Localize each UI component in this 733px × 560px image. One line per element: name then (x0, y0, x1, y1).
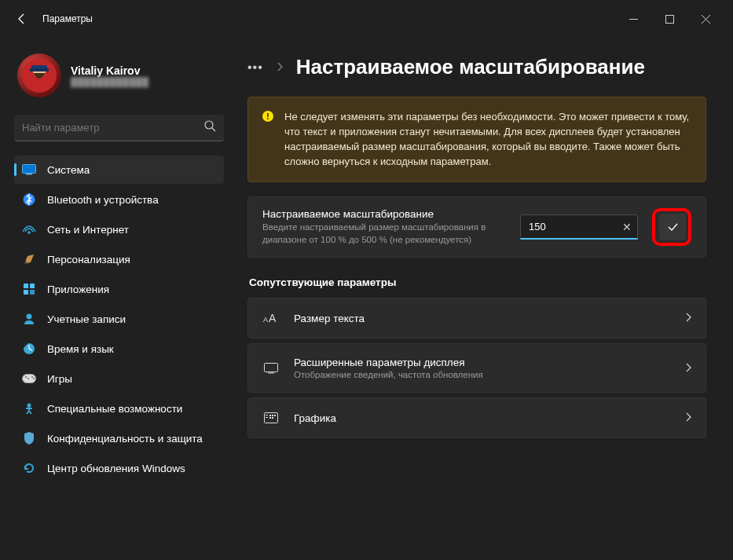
sidebar-item-1[interactable]: Bluetooth и устройства (14, 185, 224, 214)
minimize-button[interactable] (615, 6, 651, 31)
avatar (17, 53, 61, 97)
related-heading: Сопутствующие параметры (249, 276, 706, 288)
scale-input[interactable] (520, 214, 638, 240)
svg-rect-30 (272, 415, 273, 416)
svg-text:A: A (269, 312, 277, 324)
maximize-button[interactable] (651, 6, 687, 31)
svg-text:A: A (263, 316, 268, 324)
nav-icon (22, 312, 36, 326)
link-title: Графика (294, 412, 671, 424)
sidebar-item-5[interactable]: Учетные записи (14, 305, 224, 333)
svg-rect-0 (665, 15, 673, 23)
related-item-2[interactable]: Графика (247, 397, 706, 438)
svg-rect-7 (26, 174, 32, 175)
nav-label: Система (47, 164, 90, 176)
apply-button[interactable] (659, 214, 686, 240)
search-icon (204, 120, 216, 135)
nav-icon (22, 342, 36, 356)
nav-icon (22, 372, 36, 386)
scale-desc: Введите настраиваемый размер масштабиров… (262, 221, 508, 246)
svg-rect-6 (23, 165, 36, 174)
custom-scale-card: Настраиваемое масштабирование Введите на… (247, 196, 706, 258)
sidebar-item-7[interactable]: Игры (14, 364, 224, 393)
nav-icon (22, 252, 36, 266)
breadcrumb-more[interactable]: ••• (247, 60, 263, 75)
svg-rect-28 (266, 417, 268, 418)
svg-point-5 (205, 121, 213, 129)
link-title: Расширенные параметры дисплея (294, 357, 671, 368)
sidebar-item-3[interactable]: Персонализация (14, 245, 224, 273)
warning-banner: ! Не следует изменять эти параметры без … (247, 97, 706, 182)
profile-name: Vitaliy Kairov (71, 64, 149, 77)
svg-point-18 (27, 378, 29, 379)
chevron-right-icon (685, 361, 691, 375)
sidebar-item-8[interactable]: Специальные возможности (14, 394, 224, 423)
link-icon (262, 412, 280, 423)
chevron-right-icon (685, 411, 691, 425)
sidebar-item-0[interactable]: Система (14, 156, 224, 184)
nav-label: Учетные записи (47, 313, 126, 325)
svg-rect-4 (30, 68, 49, 71)
sidebar-item-9[interactable]: Конфиденциальность и защита (14, 424, 224, 452)
nav-icon (22, 163, 36, 177)
link-title: Размер текста (294, 313, 671, 324)
svg-rect-29 (269, 415, 271, 416)
breadcrumb: ••• Настраиваемое масштабирование (247, 55, 706, 79)
svg-point-9 (27, 231, 31, 234)
checkmark-icon (666, 221, 679, 233)
page-title: Настраиваемое масштабирование (296, 55, 645, 79)
sidebar-item-6[interactable]: Время и язык (14, 335, 224, 363)
sidebar-item-10[interactable]: Центр обновления Windows (14, 454, 224, 482)
clear-input-button[interactable]: ✕ (622, 221, 632, 233)
link-icon: AA (262, 312, 280, 324)
svg-rect-32 (269, 417, 271, 419)
nav-label: Время и язык (47, 343, 114, 355)
svg-rect-25 (268, 372, 274, 373)
svg-rect-12 (24, 290, 28, 295)
search-input[interactable] (22, 122, 204, 134)
svg-point-21 (27, 404, 31, 408)
window-title: Параметры (42, 13, 93, 24)
svg-rect-10 (24, 284, 28, 288)
warning-icon: ! (262, 111, 273, 122)
back-button[interactable] (9, 6, 35, 31)
nav-icon (22, 461, 36, 475)
close-button[interactable] (687, 6, 724, 31)
related-item-1[interactable]: Расширенные параметры дисплеяОтображение… (247, 343, 706, 393)
nav-label: Игры (47, 373, 72, 385)
svg-rect-31 (274, 415, 276, 416)
titlebar: Параметры (0, 0, 733, 38)
nav-label: Сеть и Интернет (47, 224, 129, 236)
chevron-right-icon (685, 311, 691, 325)
search-box[interactable] (14, 115, 224, 141)
nav-label: Персонализация (47, 254, 130, 265)
nav-icon (22, 282, 36, 296)
nav-icon (22, 192, 36, 207)
nav-label: Конфиденциальность и защита (47, 433, 203, 445)
nav-label: Центр обновления Windows (47, 463, 185, 474)
sidebar-item-4[interactable]: Приложения (14, 275, 224, 303)
sidebar-item-2[interactable]: Сеть и Интернет (14, 215, 224, 243)
svg-rect-24 (265, 363, 278, 372)
nav-label: Bluetooth и устройства (47, 194, 159, 206)
svg-rect-33 (272, 417, 273, 419)
scale-title: Настраиваемое масштабирование (262, 208, 508, 220)
svg-rect-11 (30, 284, 35, 288)
nav-label: Приложения (47, 284, 109, 295)
sidebar: Vitaliy Kairov ████████████ СистемаBluet… (0, 38, 232, 560)
nav-icon (22, 222, 36, 236)
svg-point-19 (31, 376, 33, 378)
related-item-0[interactable]: AAРазмер текста (247, 298, 706, 339)
svg-point-14 (27, 314, 32, 320)
svg-rect-13 (30, 290, 35, 295)
svg-rect-27 (266, 415, 268, 415)
svg-point-17 (25, 376, 27, 378)
profile[interactable]: Vitaliy Kairov ████████████ (14, 47, 224, 112)
profile-email: ████████████ (71, 77, 149, 86)
nav-icon (22, 431, 36, 445)
main-content: ••• Настраиваемое масштабирование ! Не с… (232, 38, 733, 560)
warning-text: Не следует изменять эти параметры без не… (284, 110, 691, 169)
svg-point-20 (33, 378, 35, 379)
link-icon (262, 363, 280, 374)
nav-label: Специальные возможности (47, 403, 182, 415)
